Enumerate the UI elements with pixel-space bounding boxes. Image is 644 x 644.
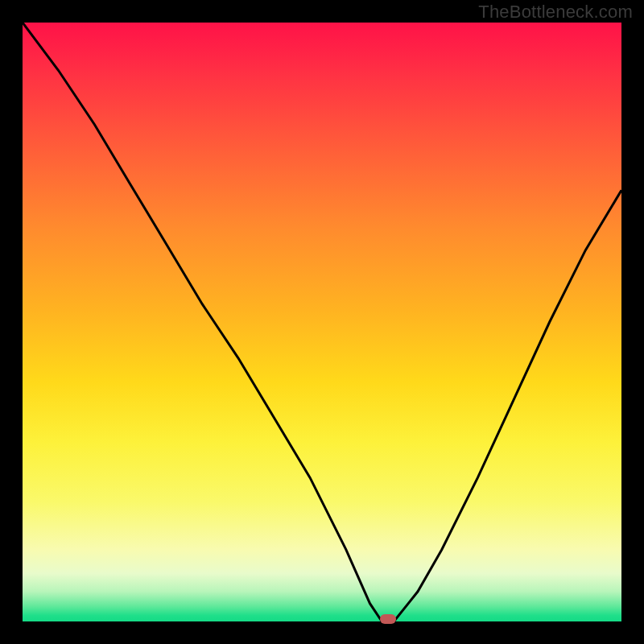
minimum-marker [380,614,396,624]
watermark-text: TheBottleneck.com [478,2,633,23]
bottleneck-curve [23,23,621,621]
chart-container: TheBottleneck.com [0,0,644,644]
plot-frame [23,23,621,621]
